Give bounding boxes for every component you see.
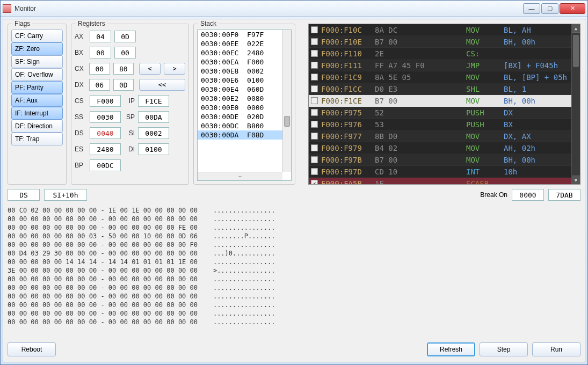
stack-row[interactable]: 0030:00E0 0000 <box>198 103 291 112</box>
breakpoint-checkbox[interactable] <box>311 109 318 116</box>
nav-back-button[interactable]: << <box>139 79 185 91</box>
si-value[interactable]: 0002 <box>138 127 169 139</box>
breakpoint-checkbox[interactable] <box>311 38 318 45</box>
stack-row[interactable]: 0030:00DC B800 <box>198 121 291 130</box>
stack-row[interactable]: 0030:00E6 0100 <box>198 76 291 85</box>
disasm-addr: F000:F979 <box>321 144 375 152</box>
dx-hi[interactable]: 06 <box>89 79 110 91</box>
flag-zf[interactable]: ZF: Zero <box>11 42 63 55</box>
maximize-button[interactable]: ▢ <box>541 3 558 14</box>
cs-value[interactable]: F000 <box>90 95 121 107</box>
breakpoint-checkbox[interactable] <box>311 144 318 151</box>
disasm-row[interactable]: ✔F000:FA5BAESCASB <box>309 178 580 185</box>
disasm-row[interactable]: F000:F111FF A7 45 F0JMP[BX] + F045h <box>309 60 580 71</box>
ip-value[interactable]: F1CE <box>138 95 169 107</box>
breakpoint-checkbox[interactable] <box>311 156 318 163</box>
disasm-mnemonic: MOV <box>466 132 504 141</box>
disassembly-view[interactable]: F000:F10C8A DCMOVBL, AHF000:F10EB7 00MOV… <box>308 24 580 185</box>
flag-tf[interactable]: TF: Trap <box>11 133 63 145</box>
disasm-row[interactable]: F000:F97552PUSHDX <box>309 107 580 119</box>
break-addr-input[interactable]: 0000 <box>512 189 544 201</box>
cx-label: CX <box>75 65 86 72</box>
disasm-row[interactable]: F000:F97653PUSHBX <box>309 119 580 130</box>
stack-row[interactable]: 0030:00EE 022E <box>198 39 291 48</box>
stack-row[interactable]: 0030:00DE 020D <box>198 112 291 121</box>
breakpoint-checkbox[interactable] <box>311 85 318 92</box>
stack-row[interactable]: 0030:00E2 0080 <box>198 94 291 103</box>
stack-row[interactable]: 0030:00E8 0002 <box>198 67 291 76</box>
disasm-vscrollbar[interactable]: ▲ ▼ <box>571 24 580 184</box>
breakpoint-checkbox[interactable] <box>311 133 318 140</box>
disasm-addr: F000:F10C <box>321 26 375 34</box>
bx-hi[interactable]: 00 <box>90 47 111 59</box>
sp-value[interactable]: 00DA <box>138 111 169 123</box>
es-value[interactable]: 2480 <box>90 143 121 155</box>
stack-row[interactable]: 0030:00E4 060D <box>198 85 291 94</box>
minimize-button[interactable]: — <box>523 3 540 14</box>
stack-row[interactable]: 0030:00F0 F97F <box>198 30 291 39</box>
stack-row[interactable]: 0030:00EC 2480 <box>198 48 291 57</box>
disasm-row[interactable]: F000:F97BB7 00MOVBH, 00h <box>309 154 580 166</box>
hexdump-view[interactable]: 00 C0 02 00 00 00 00 00 - 1E 00 1E 00 00… <box>8 205 580 338</box>
memoff-input[interactable]: SI+10h <box>44 189 87 201</box>
breakpoint-checkbox[interactable] <box>311 62 318 69</box>
break-val-input[interactable]: 7DAB <box>548 189 580 201</box>
ss-value[interactable]: 0030 <box>90 111 121 123</box>
ss-label: SS <box>75 113 86 121</box>
cx-lo[interactable]: 80 <box>113 63 134 75</box>
flag-sf[interactable]: SF: Sign <box>11 55 63 68</box>
stack-legend: Stack <box>198 20 219 27</box>
disasm-row[interactable]: F000:F1CEB7 00MOVBH, 00h <box>309 95 580 107</box>
titlebar[interactable]: Monitor — ▢ ✕ <box>1 1 587 17</box>
breakpoint-checkbox[interactable] <box>311 97 318 104</box>
disasm-operands: BH, 00h <box>504 38 580 46</box>
breakpoint-checkbox[interactable] <box>311 26 318 33</box>
ax-lo[interactable]: 0D <box>114 31 136 42</box>
disasm-row[interactable]: F000:F9778B D0MOVDX, AX <box>309 130 580 142</box>
disasm-row[interactable]: F000:F1102ECS: <box>309 48 580 60</box>
bx-lo[interactable]: 00 <box>114 47 136 59</box>
run-button[interactable]: Run <box>532 342 580 356</box>
flag-af[interactable]: AF: Aux <box>11 94 63 107</box>
flag-pf[interactable]: PF: Parity <box>11 81 63 94</box>
flag-if[interactable]: IF: Interrupt <box>11 107 63 120</box>
breakpoint-checkbox[interactable] <box>311 74 318 81</box>
disasm-addr: F000:F975 <box>321 108 375 117</box>
dx-lo[interactable]: 0D <box>113 79 134 91</box>
disasm-row[interactable]: F000:F10C8A DCMOVBL, AH <box>309 24 580 36</box>
flag-df[interactable]: DF: Direction <box>11 120 63 133</box>
step-button[interactable]: Step <box>480 342 528 356</box>
flag-cf[interactable]: CF: Carry <box>11 30 63 42</box>
disasm-row[interactable]: F000:F10EB7 00MOVBH, 00h <box>309 36 580 48</box>
ax-hi[interactable]: 04 <box>90 31 111 42</box>
stack-hscrollbar[interactable]: ⋯ <box>198 172 282 180</box>
bp-value[interactable]: 00DC <box>90 159 121 171</box>
disasm-row[interactable]: F000:F97DCD 10INT10h <box>309 166 580 178</box>
di-value[interactable]: 0100 <box>138 143 169 155</box>
refresh-button[interactable]: Refresh <box>427 342 475 356</box>
breakpoint-checkbox[interactable] <box>311 168 318 175</box>
reboot-button[interactable]: Reboot <box>8 342 56 356</box>
breakpoint-checkbox[interactable] <box>311 121 318 128</box>
stack-list[interactable]: 0030:00F0 F97F0030:00EE 022E0030:00EC 24… <box>197 30 292 181</box>
disasm-mnemonic: MOV <box>466 97 504 105</box>
nav-next-button[interactable]: > <box>164 63 185 75</box>
disasm-row[interactable]: F000:F979B4 02MOVAH, 02h <box>309 142 580 154</box>
disasm-operands: BH, 00h <box>504 97 580 105</box>
cx-hi[interactable]: 00 <box>89 63 110 75</box>
disasm-row[interactable]: F000:F1CCD0 E3SHLBL, 1 <box>309 83 580 95</box>
stack-row[interactable]: 0030:00DA F08D <box>198 130 291 140</box>
flag-of[interactable]: OF: Overflow <box>11 68 63 81</box>
disasm-row[interactable]: F000:F1C98A 5E 05MOVBL, [BP] + 05h <box>309 71 580 83</box>
close-button[interactable]: ✕ <box>560 3 585 14</box>
breakpoint-checkbox[interactable] <box>311 50 318 57</box>
disasm-addr: F000:F1CC <box>321 85 375 93</box>
ds-value[interactable]: 0040 <box>90 127 121 139</box>
disasm-bytes: FF A7 45 F0 <box>375 61 466 70</box>
stack-vscrollbar[interactable] <box>282 30 291 172</box>
nav-prev-button[interactable]: < <box>139 63 161 75</box>
breakpoint-checkbox[interactable]: ✔ <box>311 180 318 185</box>
disasm-mnemonic: MOV <box>466 73 504 82</box>
stack-row[interactable]: 0030:00EA F000 <box>198 57 291 67</box>
memseg-input[interactable]: DS <box>8 189 40 201</box>
